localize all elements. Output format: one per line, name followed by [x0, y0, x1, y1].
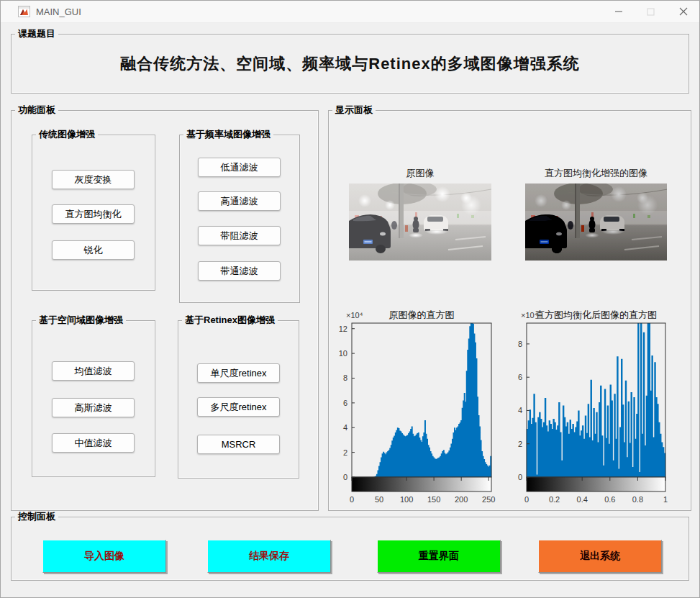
topic-panel-label: 课题题目: [15, 28, 58, 40]
svg-text:6: 6: [343, 399, 347, 407]
svg-text:6: 6: [518, 373, 522, 381]
svg-text:10: 10: [339, 349, 347, 358]
equalized-image: [525, 184, 667, 261]
control-panel-label: 控制面板: [15, 511, 58, 522]
function-panel: 功能面板 传统图像增强 灰度变换 直方图均衡化 锐化 基于频率域图像增强 低通滤…: [11, 110, 319, 511]
original-image: [349, 184, 491, 261]
svg-text:0: 0: [518, 473, 522, 481]
gray-transform-button[interactable]: 灰度变换: [52, 170, 135, 189]
svg-text:150: 150: [427, 495, 440, 503]
msrcr-button[interactable]: MSRCR: [197, 435, 280, 454]
svg-text:8: 8: [343, 373, 347, 382]
svg-text:250: 250: [482, 495, 495, 503]
bandpass-button[interactable]: 带通滤波: [198, 261, 281, 281]
group-retinex: 基于Retinex图像增强 单尺度retinex 多尺度retinex MSRC…: [178, 320, 299, 479]
group-traditional: 传统图像增强 灰度变换 直方图均衡化 锐化: [32, 135, 155, 291]
svg-text:直方图均衡化后图像的直方图: 直方图均衡化后图像的直方图: [535, 309, 657, 320]
import-image-button[interactable]: 导入图像: [42, 540, 166, 573]
svg-text:0.4: 0.4: [577, 495, 588, 503]
bandstop-button[interactable]: 带阻滤波: [198, 226, 281, 245]
control-panel: 控制面板 导入图像 结果保存 重置界面 退出系统: [11, 517, 689, 581]
svg-text:0.6: 0.6: [604, 495, 615, 503]
original-histogram-chart: 024681012050100150200250×10⁴原图像的直方图: [332, 307, 499, 503]
street-scene-graphic: [349, 184, 491, 261]
svg-text:0: 0: [524, 495, 529, 503]
exit-system-button[interactable]: 退出系统: [538, 540, 662, 573]
import-image-label: 导入图像: [84, 550, 124, 563]
equalized-histogram-chart: 0246800.20.40.60.81×10⁴直方图均衡化后图像的直方图: [507, 307, 682, 503]
save-result-label: 结果保存: [249, 550, 289, 563]
gaussian-filter-button[interactable]: 高斯滤波: [52, 398, 135, 417]
topic-panel: 课题题目 融合传统方法、空间域、频率域与Retinex的多域图像增强系统: [11, 34, 689, 94]
display-panel-label: 显示面板: [332, 104, 376, 116]
median-filter-button[interactable]: 中值滤波: [52, 433, 135, 453]
minimize-button[interactable]: [602, 1, 635, 22]
lowpass-button[interactable]: 低通滤波: [198, 158, 281, 177]
main-window: MAIN_GUI 课题题目 融合传统方法、空间域、频率域与Retinex的多域图…: [0, 0, 700, 598]
equalized-image-caption: 直方图均衡化增强的图像: [525, 167, 667, 180]
svg-text:0.2: 0.2: [549, 495, 560, 503]
msr-button[interactable]: 多尺度retinex: [197, 397, 280, 417]
save-result-button[interactable]: 结果保存: [207, 540, 331, 573]
reset-ui-button[interactable]: 重置界面: [377, 540, 501, 573]
group-traditional-label: 传统图像增强: [36, 129, 98, 140]
window-titlebar[interactable]: MAIN_GUI: [1, 1, 699, 23]
svg-text:4: 4: [343, 423, 347, 432]
matlab-app-icon: [18, 6, 30, 17]
group-frequency: 基于频率域图像增强 低通滤波 高通滤波 带阻滤波 带通滤波: [179, 135, 300, 303]
svg-text:×10⁴: ×10⁴: [346, 311, 363, 320]
maximize-button: [635, 1, 667, 22]
svg-text:1: 1: [663, 495, 668, 503]
svg-text:0: 0: [343, 473, 347, 481]
sharpen-button[interactable]: 锐化: [52, 240, 135, 260]
function-panel-label: 功能面板: [15, 104, 58, 116]
svg-text:100: 100: [400, 495, 413, 503]
svg-text:2: 2: [343, 448, 347, 457]
mean-filter-button[interactable]: 均值滤波: [52, 361, 135, 381]
svg-text:8: 8: [518, 340, 522, 348]
group-retinex-label: 基于Retinex图像增强: [182, 314, 278, 326]
window-title: MAIN_GUI: [36, 6, 81, 17]
svg-text:0.8: 0.8: [632, 495, 643, 503]
group-frequency-label: 基于频率域图像增强: [183, 129, 273, 140]
group-spatial: 基于空间域图像增强 均值滤波 高斯滤波 中值滤波: [32, 320, 155, 477]
svg-text:50: 50: [375, 495, 383, 503]
reset-ui-label: 重置界面: [419, 550, 459, 563]
exit-system-label: 退出系统: [580, 550, 620, 563]
original-image-caption: 原图像: [349, 167, 491, 180]
highpass-button[interactable]: 高通滤波: [198, 191, 281, 211]
svg-text:0: 0: [350, 495, 354, 503]
ssr-button[interactable]: 单尺度retinex: [197, 363, 280, 383]
close-button[interactable]: [667, 1, 699, 22]
svg-text:2: 2: [518, 440, 522, 448]
group-spatial-label: 基于空间域图像增强: [36, 314, 126, 326]
page-title: 融合传统方法、空间域、频率域与Retinex的多域图像增强系统: [12, 53, 688, 75]
svg-text:原图像的直方图: 原图像的直方图: [389, 309, 455, 320]
hist-equalize-button[interactable]: 直方图均衡化: [52, 204, 135, 224]
street-scene-graphic: [525, 184, 667, 261]
svg-text:200: 200: [455, 495, 468, 503]
svg-text:4: 4: [518, 406, 522, 414]
svg-text:12: 12: [339, 325, 347, 333]
display-panel: 显示面板 原图像 直方图均衡化增强的图像: [328, 110, 691, 511]
